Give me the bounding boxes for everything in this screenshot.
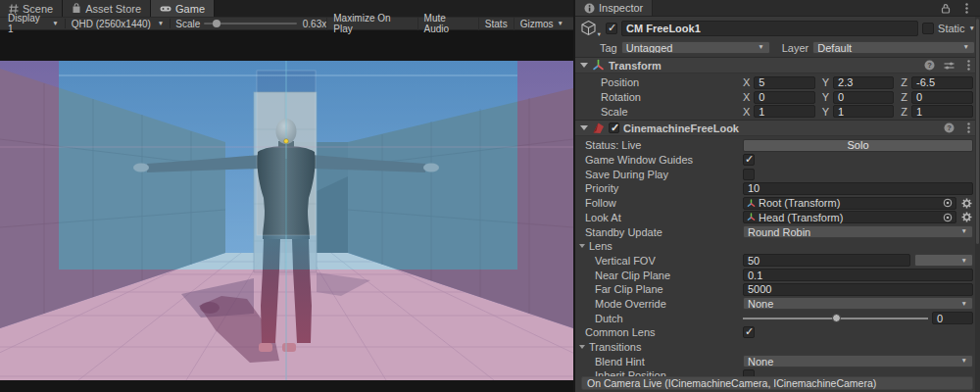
toolbar-separator: [65, 19, 66, 28]
mode-override-dropdown[interactable]: None ▼: [743, 297, 973, 310]
kebab-menu-icon[interactable]: [962, 59, 975, 72]
tab-inspector[interactable]: Inspector: [575, 0, 653, 16]
position-z-field[interactable]: -6.5: [911, 76, 973, 89]
transform-header[interactable]: Transform ?: [575, 57, 980, 74]
rotation-label[interactable]: Rotation: [575, 91, 743, 103]
layer-dropdown[interactable]: Default ▼: [812, 41, 975, 54]
rotation-x-field[interactable]: 0: [754, 91, 814, 104]
tab-game[interactable]: Game: [151, 0, 215, 17]
cinemachine-freelook-component: CinemachineFreeLook ? Status: Live Solo …: [575, 120, 980, 384]
tag-dropdown[interactable]: Untagged ▼: [621, 41, 770, 54]
save-checkbox[interactable]: [743, 169, 755, 180]
inspector-panel: Inspector ▼ CM FreeLook1 Static: [575, 0, 980, 392]
presets-icon[interactable]: [943, 59, 956, 72]
chevron-down-icon: ▼: [558, 21, 564, 27]
component-enabled-checkbox[interactable]: [609, 122, 619, 133]
lock-icon[interactable]: [939, 2, 952, 15]
scale-label[interactable]: Scale: [575, 106, 743, 118]
near-clip-field[interactable]: 0.1: [743, 269, 973, 281]
kebab-menu-icon[interactable]: [962, 122, 975, 134]
mode-override-label[interactable]: Mode Override: [575, 298, 743, 310]
tag-label: Tag: [600, 42, 617, 54]
game-viewport[interactable]: [0, 61, 573, 380]
far-clip-label[interactable]: Far Clip Plane: [575, 283, 743, 295]
save-during-play-row: Save During Play: [575, 167, 980, 181]
rotation-z-field[interactable]: 0: [911, 91, 973, 104]
priority-label[interactable]: Priority: [575, 182, 743, 194]
dutch-value-field[interactable]: 0: [932, 312, 973, 324]
help-icon[interactable]: ?: [943, 122, 956, 134]
rotation-y-field[interactable]: 0: [833, 91, 894, 104]
gameobject-active-checkbox[interactable]: [606, 23, 617, 34]
guides-label[interactable]: Game Window Guides: [575, 154, 743, 166]
far-clip-field[interactable]: 5000: [743, 283, 973, 296]
scale-z-field[interactable]: 1: [911, 105, 973, 118]
transform-icon: [592, 59, 605, 72]
stats-button[interactable]: Stats: [478, 17, 514, 30]
lookat-label[interactable]: Look At: [575, 212, 743, 223]
gizmos-dropdown[interactable]: Gizmos ▼: [514, 17, 569, 30]
tab-asset-store[interactable]: Asset Store: [63, 0, 151, 17]
vfov-label[interactable]: Vertical FOV: [575, 255, 743, 267]
priority-field[interactable]: 10: [743, 182, 973, 195]
position-y-field[interactable]: 2.3: [833, 76, 894, 89]
blend-hint-label[interactable]: Blend Hint: [575, 356, 743, 368]
position-x-field[interactable]: 5: [754, 76, 814, 89]
blend-hint-row: Blend Hint None ▼: [575, 354, 980, 368]
standby-dropdown[interactable]: Round Robin ▼: [743, 225, 973, 238]
gear-icon[interactable]: [960, 197, 973, 210]
status-row: Status: Live Solo: [575, 138, 980, 153]
blend-hint-dropdown[interactable]: None ▼: [743, 355, 973, 368]
foldout-icon[interactable]: [580, 125, 588, 130]
scale-y-field[interactable]: 1: [833, 105, 894, 118]
static-checkbox[interactable]: [922, 23, 934, 34]
gear-icon[interactable]: [960, 211, 973, 223]
gamepad-icon: [160, 5, 172, 13]
near-clip-label[interactable]: Near Clip Plane: [575, 270, 743, 281]
common-lens-label[interactable]: Common Lens: [575, 326, 743, 338]
position-label[interactable]: Position: [575, 76, 743, 88]
vertical-fov-row: Vertical FOV 50 ▼: [575, 254, 980, 269]
mute-audio-button[interactable]: Mute Audio: [417, 17, 478, 30]
chevron-down-icon: ▼: [961, 358, 967, 365]
lens-foldout[interactable]: Lens: [575, 240, 743, 252]
follow-label[interactable]: Follow: [575, 197, 743, 209]
guides-checkbox[interactable]: [743, 154, 755, 166]
near-clip-row: Near Clip Plane 0.1: [575, 268, 980, 282]
maximize-on-play-button[interactable]: Maximize On Play: [326, 17, 416, 30]
scale-slider[interactable]: [204, 23, 297, 24]
scene-grid-icon: [9, 4, 19, 14]
lookat-object-field[interactable]: Head (Transform): [743, 211, 956, 223]
dutch-label[interactable]: Dutch: [575, 313, 743, 324]
layer-label: Layer: [782, 42, 809, 54]
foldout-icon[interactable]: [580, 63, 588, 68]
scale-slider-thumb[interactable]: [213, 20, 220, 27]
kebab-menu-icon[interactable]: [960, 2, 973, 15]
common-lens-checkbox[interactable]: [743, 326, 755, 338]
save-label[interactable]: Save During Play: [575, 169, 743, 180]
resolution-dropdown[interactable]: QHD (2560x1440) ▼: [68, 19, 169, 29]
fov-mode-dropdown[interactable]: ▼: [914, 254, 973, 267]
dutch-slider[interactable]: [743, 312, 928, 324]
dutch-slider-thumb[interactable]: [832, 314, 841, 322]
vfov-field[interactable]: 50: [743, 254, 910, 267]
object-picker-icon[interactable]: [943, 198, 953, 208]
chevron-down-icon: ▼: [961, 228, 967, 235]
standby-label[interactable]: Standby Update: [575, 226, 743, 238]
object-picker-icon[interactable]: [943, 213, 953, 222]
solo-button[interactable]: Solo: [743, 139, 973, 152]
scale-x-field[interactable]: 1: [754, 105, 814, 118]
transitions-foldout-row: Transitions: [575, 340, 980, 355]
scrollbar-thumb[interactable]: [976, 19, 979, 244]
transitions-foldout[interactable]: Transitions: [575, 341, 743, 353]
cinemachine-header[interactable]: CinemachineFreeLook ?: [575, 120, 980, 136]
gameobject-cube-icon[interactable]: ▼: [580, 20, 602, 37]
follow-object-field[interactable]: Root (Transform): [743, 197, 956, 210]
info-icon: [584, 3, 595, 14]
help-icon[interactable]: ?: [923, 59, 936, 72]
static-label: Static: [938, 23, 965, 34]
display-dropdown[interactable]: Display 1 ▼: [4, 13, 63, 34]
gameobject-name-field[interactable]: CM FreeLook1: [621, 21, 918, 36]
inspector-scrollbar[interactable]: [975, 17, 980, 392]
inspector-tabbar: Inspector: [575, 0, 980, 17]
